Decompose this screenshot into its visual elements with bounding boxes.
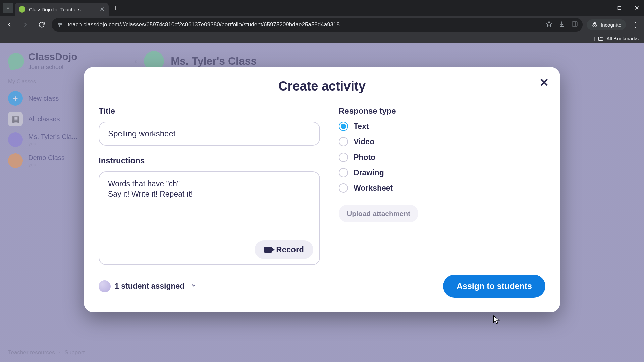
url-actions (546, 21, 578, 29)
tab-search-dropdown[interactable] (3, 3, 13, 13)
radio-icon (339, 137, 348, 146)
assigned-count-label: 1 student assigned (115, 282, 184, 291)
svg-marker-8 (546, 21, 552, 27)
folder-icon (598, 36, 604, 42)
back-button[interactable] (3, 19, 15, 31)
response-type-label: Response type (339, 106, 545, 116)
forward-button[interactable] (19, 19, 32, 31)
radio-label: Worksheet (354, 184, 393, 193)
record-button[interactable]: Record (255, 240, 313, 259)
url-text: teach.classdojo.com/#/classes/65974c810c… (68, 21, 542, 28)
svg-point-5 (59, 23, 60, 24)
chrome-menu-icon[interactable]: ⋮ (630, 21, 641, 29)
assign-to-students-button[interactable]: Assign to students (443, 275, 545, 298)
radio-icon (339, 183, 348, 193)
radio-icon (339, 168, 348, 177)
close-tab-icon[interactable]: ✕ (100, 6, 105, 13)
radio-icon (339, 122, 348, 131)
svg-rect-1 (618, 6, 621, 9)
response-option-drawing[interactable]: Drawing (339, 168, 545, 177)
sidepanel-icon[interactable] (571, 21, 578, 29)
modal-title: Create activity (99, 79, 545, 94)
activity-title-input[interactable] (99, 122, 320, 146)
response-type-radiogroup: TextVideoPhotoDrawingWorksheet (339, 122, 545, 193)
svg-point-13 (595, 25, 597, 26)
radio-label: Text (354, 122, 369, 131)
create-activity-modal: ✕ Create activity Title Instructions Wor… (84, 67, 560, 312)
svg-point-12 (593, 25, 594, 26)
response-option-worksheet[interactable]: Worksheet (339, 183, 545, 193)
response-option-text[interactable]: Text (339, 122, 545, 131)
bookmarks-bar: | All Bookmarks (0, 34, 644, 43)
address-bar[interactable]: teach.classdojo.com/#/classes/65974c810c… (52, 18, 583, 32)
radio-icon (339, 153, 348, 162)
all-bookmarks-link[interactable]: All Bookmarks (606, 36, 639, 41)
new-tab-button[interactable]: + (110, 3, 121, 13)
svg-point-7 (59, 25, 60, 26)
radio-label: Video (354, 137, 374, 146)
maximize-icon[interactable] (614, 3, 624, 13)
close-modal-button[interactable]: ✕ (539, 76, 549, 89)
browser-tab[interactable]: ClassDojo for Teachers ✕ (15, 3, 109, 16)
tab-title: ClassDojo for Teachers (29, 7, 96, 12)
bookmark-star-icon[interactable] (546, 21, 552, 29)
svg-rect-10 (572, 22, 577, 26)
download-icon[interactable] (558, 21, 565, 29)
window-controls: ✕ (597, 3, 641, 13)
tab-bar: ClassDojo for Teachers ✕ + ✕ (0, 0, 644, 16)
browser-chrome: ClassDojo for Teachers ✕ + ✕ tea (0, 0, 644, 43)
incognito-indicator[interactable]: Incognito (587, 19, 626, 30)
student-avatar-icon (99, 280, 111, 292)
reload-button[interactable] (36, 19, 48, 31)
response-option-video[interactable]: Video (339, 137, 545, 146)
title-field-label: Title (99, 106, 320, 116)
response-option-photo[interactable]: Photo (339, 153, 545, 162)
instructions-field-label: Instructions (99, 156, 320, 165)
incognito-label: Incognito (601, 22, 621, 28)
svg-point-6 (61, 24, 62, 25)
radio-label: Drawing (354, 168, 384, 177)
instructions-content: Words that have "ch" Say it! Write it! R… (108, 179, 311, 199)
site-settings-icon[interactable] (56, 21, 64, 28)
minimize-icon[interactable] (597, 3, 606, 13)
browser-toolbar: teach.classdojo.com/#/classes/65974c810c… (0, 16, 644, 34)
instructions-textarea[interactable]: Words that have "ch" Say it! Write it! R… (99, 171, 320, 265)
modal-overlay: ✕ Create activity Title Instructions Wor… (0, 43, 644, 362)
upload-attachment-button[interactable]: Upload attachment (339, 205, 418, 222)
video-icon (264, 247, 272, 253)
close-window-icon[interactable]: ✕ (632, 3, 641, 13)
favicon-icon (19, 6, 25, 13)
radio-label: Photo (354, 153, 375, 162)
chevron-down-icon (191, 282, 197, 290)
assigned-students-dropdown[interactable]: 1 student assigned (99, 280, 197, 292)
